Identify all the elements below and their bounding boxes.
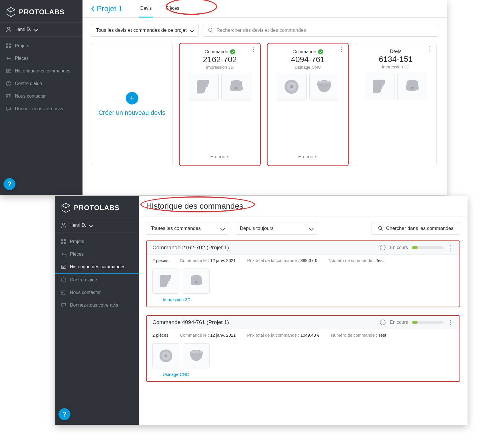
user-menu[interactable]: Henri D.	[0, 22, 83, 37]
sidebar-item-label: Pièces	[15, 56, 29, 61]
progress-icon	[380, 244, 386, 251]
chevron-down-icon	[89, 223, 93, 228]
sidebar-item-contact[interactable]: Nous contacter	[55, 286, 139, 299]
page-title-row: Historique des commandes	[139, 196, 468, 216]
undo-icon	[6, 56, 11, 61]
order-menu-button[interactable]: ⋮	[447, 246, 454, 249]
part-thumb	[152, 269, 179, 294]
sidebar-item-aide[interactable]: Centre d'aide	[55, 274, 139, 286]
card-technology: Usinage CNC	[295, 65, 321, 70]
order-pieces: 2 pièces	[152, 333, 168, 338]
sidebar-item-label: Historique des commandes	[15, 68, 70, 74]
brand-name: PROTOLABS	[19, 8, 64, 16]
order-header[interactable]: Commande 4094-761 (Projet 1) En cours ⋮	[147, 316, 459, 329]
screenshot-project: PROTOLABS Henri D. Projets Pièces Histor…	[0, 0, 447, 195]
card-menu-button[interactable]: ⋮	[250, 48, 257, 51]
quote-card[interactable]: ⋮ Devis 6134-151 Impression 3D	[355, 43, 437, 166]
sidebar-item-historique[interactable]: Historique des commandes	[0, 65, 83, 77]
grid-icon	[6, 43, 11, 49]
sidebar: PROTOLABS Henri D. Projets Pièces Histor…	[55, 196, 139, 425]
sidebar-item-feedback[interactable]: Donnez-nous votre avis	[55, 299, 139, 311]
feedback-icon	[6, 106, 11, 112]
brand: PROTOLABS	[0, 0, 83, 22]
card-status: Commandé	[292, 49, 323, 54]
order-number: Test	[376, 258, 384, 263]
quote-cards: + Créer un nouveau devis ⋮ Commandé 2162…	[83, 43, 447, 166]
user-menu[interactable]: Henri D.	[55, 218, 139, 232]
card-status: Devis	[390, 49, 401, 54]
sidebar-item-label: Historique des commandes	[70, 264, 125, 269]
sidebar-item-aide[interactable]: Centre d'aide	[0, 77, 83, 90]
card-thumbs	[365, 73, 427, 100]
filter-orders-select[interactable]: Toutes les commandes	[146, 222, 229, 235]
card-menu-button[interactable]: ⋮	[338, 48, 345, 51]
tab-pieces[interactable]: Pièces	[164, 0, 180, 17]
brand-logo-icon	[6, 7, 16, 17]
filter-period-select[interactable]: Depuis toujours	[235, 222, 318, 235]
order-price: 1049,48 €	[301, 333, 320, 338]
sidebar-item-contact[interactable]: Nous contacter	[0, 90, 83, 102]
progress-bar	[412, 321, 443, 324]
order-pieces: 2 pièces	[152, 258, 168, 263]
plus-icon: +	[126, 92, 138, 104]
search-icon	[378, 226, 383, 231]
nav-list: Projets Pièces Historique des commandes …	[55, 232, 139, 311]
filter-select-label: Tous les devis et commandes de ce projet	[96, 27, 187, 33]
sidebar-item-label: Projets	[15, 43, 29, 48]
search-icon	[208, 27, 214, 33]
part-thumb	[221, 73, 251, 100]
quote-card[interactable]: ⋮ Commandé 4094-761 Usinage CNC En cours	[267, 43, 349, 166]
breadcrumb-label: Projet 1	[97, 4, 123, 13]
sidebar-item-label: Donnez-nous votre avis	[70, 303, 118, 308]
order-technology: Usinage CNC	[152, 372, 454, 377]
filter-row: Tous les devis et commandes de ce projet…	[83, 18, 447, 43]
quote-card[interactable]: ⋮ Commandé 2162-702 Impression 3D En cou…	[179, 43, 261, 166]
sidebar-item-feedback[interactable]: Donnez-nous votre avis	[0, 102, 83, 115]
sidebar-item-historique[interactable]: Historique des commandes	[55, 260, 139, 274]
help-icon	[61, 277, 66, 283]
sidebar-item-pieces[interactable]: Pièces	[0, 52, 83, 65]
sidebar-item-label: Nous contacter	[15, 94, 46, 99]
order-technology: Impression 3D	[152, 297, 454, 302]
sidebar-item-pieces[interactable]: Pièces	[55, 248, 139, 260]
brand-name: PROTOLABS	[74, 204, 119, 212]
order-status: En cours	[390, 320, 408, 325]
help-bubble-button[interactable]: ?	[58, 408, 70, 420]
chevron-left-icon	[91, 5, 95, 12]
part-thumb	[277, 73, 307, 100]
part-thumb	[397, 73, 427, 100]
new-quote-card[interactable]: + Créer un nouveau devis	[91, 43, 173, 166]
user-icon	[6, 27, 11, 32]
tab-devis[interactable]: Devis	[139, 0, 153, 17]
card-menu-button[interactable]: ⋮	[427, 47, 433, 50]
card-quote-number: 2162-702	[203, 55, 237, 64]
order-body: Usinage CNC	[147, 341, 459, 381]
search-orders-button[interactable]: Chercher dans les commandes	[372, 222, 460, 235]
breadcrumb-back[interactable]: Projet 1	[85, 4, 128, 13]
order-menu-button[interactable]: ⋮	[447, 321, 454, 324]
brand: PROTOLABS	[55, 196, 139, 218]
sidebar-item-label: Donnez-nous votre avis	[15, 106, 63, 111]
chevron-down-icon	[190, 27, 194, 33]
sidebar-item-label: Centre d'aide	[70, 277, 97, 283]
order-header[interactable]: Commande 2162-702 (Projet 1) En cours ⋮	[147, 241, 459, 254]
user-name: Henri D.	[69, 223, 86, 228]
card-status: Commandé	[205, 49, 235, 54]
card-footer-status: En cours	[210, 154, 229, 160]
main-area: Projet 1 Devis Pièces Tous les devis et …	[83, 0, 447, 195]
order-body: Impression 3D	[147, 266, 459, 307]
help-bubble-button[interactable]: ?	[3, 178, 15, 190]
filter-select[interactable]: Tous les devis et commandes de ce projet	[91, 24, 199, 37]
order-card: Commande 4094-761 (Projet 1) En cours ⋮ …	[146, 315, 460, 382]
sidebar-item-projets[interactable]: Projets	[55, 235, 139, 248]
grid-icon	[61, 239, 66, 244]
history-icon	[6, 68, 11, 74]
order-status: En cours	[390, 245, 408, 250]
search-placeholder: Rechercher des devis et des commandes	[217, 27, 306, 33]
sidebar-item-projets[interactable]: Projets	[0, 40, 83, 52]
sidebar-item-label: Projets	[70, 239, 84, 244]
search-input[interactable]: Rechercher des devis et des commandes	[203, 24, 438, 37]
filter-label: Depuis toujours	[240, 226, 274, 231]
part-thumb	[309, 73, 339, 100]
order-status-area: En cours ⋮	[380, 244, 454, 251]
